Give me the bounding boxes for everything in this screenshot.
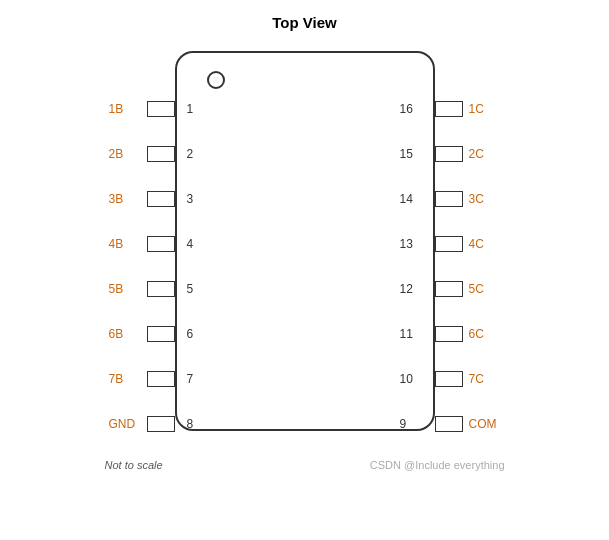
- pin-num-left-8: 8: [187, 417, 194, 431]
- pin-label-left-2: 2B: [109, 147, 124, 161]
- pin-label-right-14: 3C: [469, 192, 484, 206]
- pin-label-right-13: 4C: [469, 237, 484, 251]
- pin-num-left-4: 4: [187, 237, 194, 251]
- pin-num-left-6: 6: [187, 327, 194, 341]
- ic-body: [175, 51, 435, 431]
- ic-notch: [207, 71, 225, 89]
- not-to-scale-label: Not to scale: [105, 459, 163, 471]
- pin-stub-left-3: [147, 191, 175, 207]
- pin-num-left-2: 2: [187, 147, 194, 161]
- pin-label-left-3: 3B: [109, 192, 124, 206]
- pin-label-right-11: 6C: [469, 327, 484, 341]
- pin-stub-right-14: [435, 191, 463, 207]
- pin-stub-right-11: [435, 326, 463, 342]
- pin-num-left-3: 3: [187, 192, 194, 206]
- pin-label-right-9: COM: [469, 417, 497, 431]
- pin-stub-left-5: [147, 281, 175, 297]
- page: Top View Not to scale CSDN @Include ever…: [0, 0, 609, 540]
- diagram-title: Top View: [272, 14, 336, 31]
- diagram-area: Not to scale CSDN @Include everything 11…: [105, 41, 505, 471]
- pin-label-right-12: 5C: [469, 282, 484, 296]
- pin-label-left-6: 6B: [109, 327, 124, 341]
- pin-label-right-16: 1C: [469, 102, 484, 116]
- pin-stub-left-4: [147, 236, 175, 252]
- pin-label-left-7: 7B: [109, 372, 124, 386]
- pin-label-left-4: 4B: [109, 237, 124, 251]
- pin-stub-left-1: [147, 101, 175, 117]
- pin-label-left-5: 5B: [109, 282, 124, 296]
- pin-label-left-1: 1B: [109, 102, 124, 116]
- pin-num-left-1: 1: [187, 102, 194, 116]
- pin-stub-right-13: [435, 236, 463, 252]
- pin-stub-left-8: [147, 416, 175, 432]
- pin-stub-right-15: [435, 146, 463, 162]
- pin-stub-left-6: [147, 326, 175, 342]
- pin-num-left-5: 5: [187, 282, 194, 296]
- pin-label-left-8: GND: [109, 417, 136, 431]
- pin-label-right-15: 2C: [469, 147, 484, 161]
- pin-stub-right-16: [435, 101, 463, 117]
- pin-label-right-10: 7C: [469, 372, 484, 386]
- pin-stub-right-10: [435, 371, 463, 387]
- pin-stub-right-12: [435, 281, 463, 297]
- pin-num-left-7: 7: [187, 372, 194, 386]
- watermark-label: CSDN @Include everything: [370, 459, 505, 471]
- pin-stub-left-7: [147, 371, 175, 387]
- pin-stub-right-9: [435, 416, 463, 432]
- pin-stub-left-2: [147, 146, 175, 162]
